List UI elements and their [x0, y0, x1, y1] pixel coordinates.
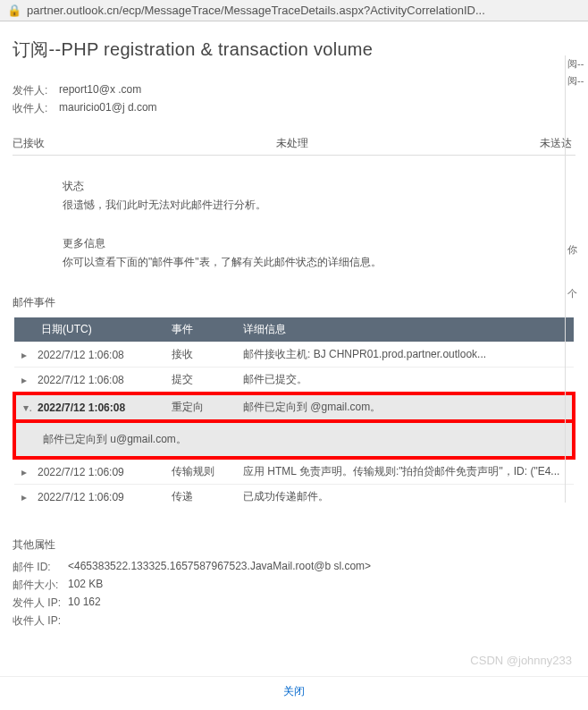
sidebar-fragment: 阅-- 阅-- 你 个 — [565, 55, 588, 503]
cell-detail: 邮件已定向到 @gmail.com。 — [238, 393, 574, 421]
col-detail: 详细信息 — [238, 317, 574, 342]
size-value: 102 KB — [68, 578, 103, 593]
cell-detail: 邮件已提交。 — [238, 368, 574, 394]
cell-event: 接收 — [166, 342, 238, 368]
cell-event: 传输规则 — [166, 458, 238, 485]
other-properties: 其他属性 邮件 ID:<465383522.133325.16575879675… — [13, 537, 575, 629]
url-text: partner.outlook.cn/ecp/MessageTrace/Mess… — [27, 4, 485, 17]
sip-value: 10 162 — [68, 596, 101, 611]
rip-label: 收件人 IP: — [13, 613, 68, 629]
status-tabs: 已接收 未处理 未送达 — [13, 132, 575, 156]
cell-date: 2022/7/12 1:06:09 — [32, 485, 166, 510]
table-row[interactable]: ▸ 2022/7/12 1:06:09 传输规则 应用 HTML 免责声明。传输… — [14, 458, 574, 485]
watermark: CSDN @johnny233 — [470, 654, 572, 667]
table-row[interactable]: ▸ 2022/7/12 1:06:08 接收 邮件接收主机: BJ CHNPR0… — [14, 342, 574, 368]
collapse-icon[interactable]: ▾ — [14, 393, 32, 421]
footer: 关闭 — [0, 676, 588, 706]
recipient-label: 收件人: — [13, 101, 59, 116]
col-event: 事件 — [166, 317, 238, 342]
table-row-detail: 邮件已定向到 u@gmail.com。 — [14, 421, 574, 458]
lock-icon: 🔒 — [7, 4, 21, 17]
tab-undelivered[interactable]: 未送达 — [385, 132, 575, 155]
sender-label: 发件人: — [13, 83, 59, 98]
more-label: 更多信息 — [63, 236, 575, 251]
props-heading: 其他属性 — [13, 537, 575, 553]
cell-date: 2022/7/12 1:06:09 — [32, 458, 166, 485]
cell-event: 重定向 — [166, 393, 238, 421]
more-section: 更多信息 你可以查看下面的"邮件事件"表，了解有关此邮件状态的详细信息。 — [63, 236, 575, 270]
more-body: 你可以查看下面的"邮件事件"表，了解有关此邮件状态的详细信息。 — [63, 255, 575, 270]
page-title: 订阅--PHP registration & transaction volum… — [13, 38, 575, 62]
cell-date: 2022/7/12 1:06:08 — [32, 342, 166, 368]
expand-icon[interactable]: ▸ — [14, 458, 32, 485]
sender-value: report10@x .com — [59, 83, 141, 98]
sender-row: 发件人: report10@x .com — [13, 83, 575, 98]
cell-detail: 应用 HTML 免责声明。传输规则:"拍拍贷邮件免责声明"，ID: ("E4..… — [238, 458, 574, 485]
url-bar: 🔒 partner.outlook.cn/ecp/MessageTrace/Me… — [0, 0, 588, 21]
col-date: 日期(UTC) — [14, 317, 166, 342]
sip-label: 发件人 IP: — [13, 596, 68, 611]
cell-event: 提交 — [166, 368, 238, 394]
cell-event: 传递 — [166, 485, 238, 510]
events-table: 日期(UTC) 事件 详细信息 ▸ 2022/7/12 1:06:08 接收 邮… — [13, 317, 575, 509]
size-label: 邮件大小: — [13, 578, 68, 593]
table-row-expanded[interactable]: ▾ 2022/7/12 1:06:08 重定向 邮件已定向到 @gmail.co… — [14, 393, 574, 421]
expand-icon[interactable]: ▸ — [14, 485, 32, 510]
recipient-row: 收件人: mauricio01@j d.com — [13, 101, 575, 116]
expand-icon[interactable]: ▸ — [14, 368, 32, 394]
status-section: 状态 很遗憾，我们此时无法对此邮件进行分析。 — [63, 179, 575, 213]
status-body: 很遗憾，我们此时无法对此邮件进行分析。 — [63, 198, 575, 213]
close-link[interactable]: 关闭 — [283, 684, 305, 699]
cell-date: 2022/7/12 1:06:08 — [32, 393, 166, 421]
msgid-label: 邮件 ID: — [13, 560, 68, 575]
msgid-value: <465383522.133325.1657587967523.JavaMail… — [68, 560, 371, 575]
cell-detail: 已成功传递邮件。 — [238, 485, 574, 510]
tab-received[interactable]: 已接收 — [13, 132, 199, 155]
recipient-value: mauricio01@j d.com — [59, 101, 157, 116]
table-row[interactable]: ▸ 2022/7/12 1:06:08 提交 邮件已提交。 — [14, 368, 574, 394]
expanded-detail: 邮件已定向到 u@gmail.com。 — [14, 421, 574, 458]
cell-date: 2022/7/12 1:06:08 — [32, 368, 166, 394]
expand-icon[interactable]: ▸ — [14, 342, 32, 368]
table-row[interactable]: ▸ 2022/7/12 1:06:09 传递 已成功传递邮件。 — [14, 485, 574, 510]
status-label: 状态 — [63, 179, 575, 194]
cell-detail: 邮件接收主机: BJ CHNPR01.prod.partner.outlook.… — [238, 342, 574, 368]
tab-unprocessed[interactable]: 未处理 — [199, 132, 386, 155]
events-heading: 邮件事件 — [13, 295, 575, 310]
